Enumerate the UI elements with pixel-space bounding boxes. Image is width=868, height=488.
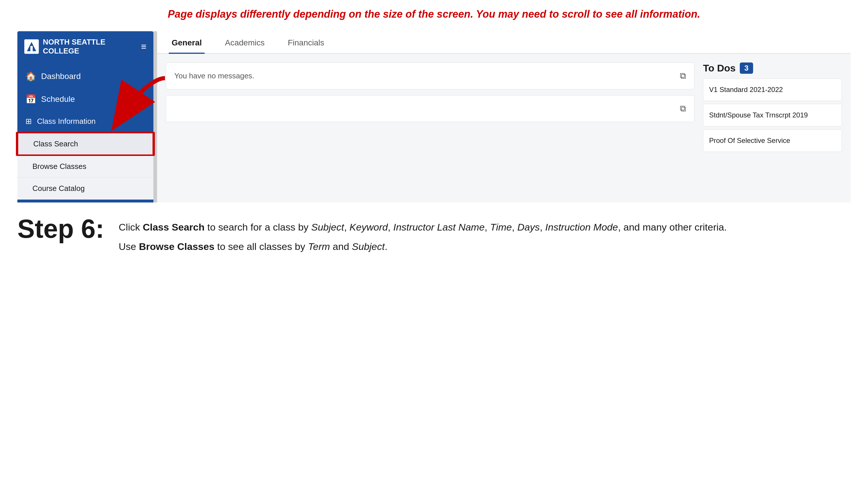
banner-text: Page displays differently depending on t… [168,8,701,20]
subject2-italic: Subject [352,241,385,252]
logo-line2: COLLEGE [43,46,105,56]
todo-item-tax-transcript[interactable]: Stdnt/Spouse Tax Trnscrpt 2019 [703,104,842,126]
sidebar-nav: 🏠 Dashboard 📅 Schedule ⊞ Class Informati… [18,62,153,202]
left-panel: You have no messages. ⧉ ⧉ [166,63,694,155]
todo-item-selective-service[interactable]: Proof Of Selective Service [703,129,842,152]
sidebar: NORTH SEATTLE COLLEGE ≡ 🏠 Dashboard 📅 Sc… [18,31,153,202]
sidebar-item-class-search[interactable]: Class Search [18,132,153,156]
messages-card: You have no messages. ⧉ [166,63,694,89]
calendar-icon: 📅 [26,94,36,104]
instruction-mode-italic: Instruction Mode [545,222,618,233]
sidebar-header: NORTH SEATTLE COLLEGE ≡ [18,31,153,62]
sidebar-item-browse-classes[interactable]: Browse Classes [18,156,153,177]
step-line1: Click Class Search to search for a class… [119,220,727,235]
tab-general[interactable]: General [169,31,205,54]
messages-text: You have no messages. [174,71,254,80]
second-card: ⧉ [166,95,694,122]
class-search-label: Class Search [33,139,78,148]
course-catalog-label: Course Catalog [32,184,85,193]
sidebar-item-course-catalog[interactable]: Course Catalog [18,177,153,200]
todo-item-v1-standard[interactable]: V1 Standard 2021-2022 [703,78,842,101]
step-label: Step 6: [18,214,104,244]
dashboard-label: Dashboard [41,72,81,81]
class-information-label: Class Information [37,117,95,126]
logo-svg [26,41,37,52]
logo-icon [24,39,39,54]
sidebar-item-dashboard[interactable]: 🏠 Dashboard [18,65,153,88]
hamburger-button[interactable]: ≡ [141,42,147,51]
sidebar-logo: NORTH SEATTLE COLLEGE [24,38,105,56]
subject-italic: Subject [311,222,344,233]
grid-icon: ⊞ [26,117,32,126]
top-banner: Page displays differently depending on t… [0,0,868,26]
time-italic: Time [490,222,512,233]
home-icon: 🏠 [26,71,36,81]
todos-title: To Dos [703,63,736,74]
step-line2: Use Browse Classes to see all classes by… [119,239,727,254]
bottom-section: Step 6: Click Class Search to search for… [18,214,850,265]
class-search-bold: Class Search [143,222,205,233]
class-sub-items: Class Search Browse Classes Course Catal… [18,132,153,200]
scroll-divider[interactable] [153,31,157,202]
sidebar-item-schedule[interactable]: 📅 Schedule [18,88,153,110]
content-panels: You have no messages. ⧉ ⧉ To Dos 3 V1 St… [157,54,850,163]
logo-text: NORTH SEATTLE COLLEGE [43,38,105,56]
right-panel: To Dos 3 V1 Standard 2021-2022 Stdnt/Spo… [703,63,842,155]
logo-line1: NORTH SEATTLE [43,38,105,46]
term-italic: Term [308,241,330,252]
tabs-bar: General Academics Financials [157,31,850,54]
todos-header: To Dos 3 [703,63,842,74]
main-content: General Academics Financials You have no… [157,31,850,202]
browse-classes-bold: Browse Classes [139,241,214,252]
todos-badge: 3 [740,63,753,74]
external-link-icon-2[interactable]: ⧉ [680,103,686,114]
class-information-section[interactable]: ⊞ Class Information [18,110,153,132]
tab-academics[interactable]: Academics [222,31,268,54]
instructor-italic: Instructor Last Name [393,222,485,233]
svg-rect-1 [30,46,33,51]
keyword-italic: Keyword [350,222,388,233]
schedule-label: Schedule [41,95,75,104]
step-description: Click Class Search to search for a class… [119,214,727,254]
days-italic: Days [517,222,539,233]
tab-financials[interactable]: Financials [285,31,327,54]
screenshot-area: NORTH SEATTLE COLLEGE ≡ 🏠 Dashboard 📅 Sc… [18,31,850,202]
browse-classes-label: Browse Classes [32,162,86,171]
external-link-icon-1[interactable]: ⧉ [680,71,686,81]
